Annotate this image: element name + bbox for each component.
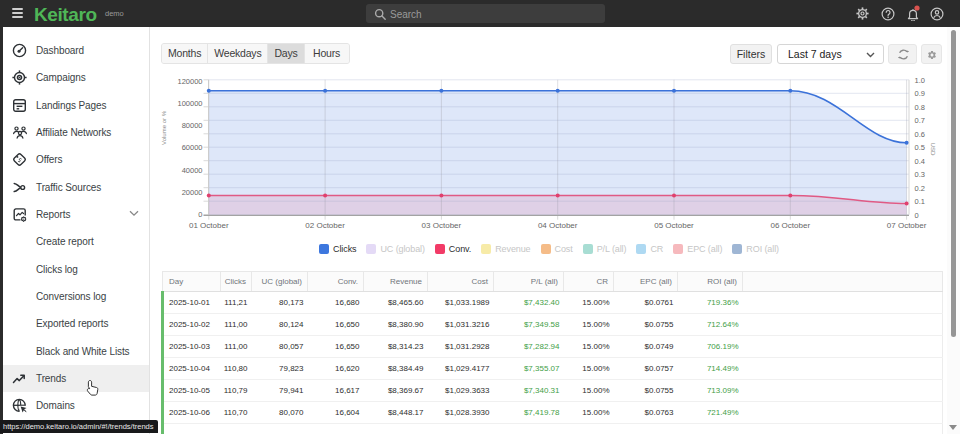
svg-text:0.7: 0.7 [915, 116, 925, 125]
svg-text:04 October: 04 October [538, 221, 578, 230]
svg-text:03 October: 03 October [422, 221, 462, 230]
svg-text:0.1: 0.1 [915, 197, 925, 206]
svg-text:1.0: 1.0 [915, 76, 925, 85]
svg-text:01 October: 01 October [189, 221, 229, 230]
svg-text:0.9: 0.9 [915, 89, 925, 98]
svg-text:0.4: 0.4 [915, 157, 925, 166]
svg-text:0.6: 0.6 [915, 130, 925, 139]
svg-text:Volume or %: Volume or % [161, 110, 167, 145]
svg-text:0: 0 [198, 210, 202, 219]
svg-text:06 October: 06 October [771, 221, 811, 230]
svg-text:0.2: 0.2 [915, 184, 925, 193]
svg-text:0.5: 0.5 [915, 143, 925, 152]
svg-text:80000: 80000 [182, 121, 203, 130]
svg-text:0.8: 0.8 [915, 103, 925, 112]
svg-text:07 October: 07 October [887, 221, 927, 230]
svg-text:0.3: 0.3 [915, 170, 925, 179]
svg-text:40000: 40000 [182, 166, 203, 175]
svg-text:05 October: 05 October [654, 221, 694, 230]
svg-text:0: 0 [915, 211, 919, 220]
svg-text:02 October: 02 October [305, 221, 345, 230]
svg-text:100000: 100000 [177, 99, 202, 108]
svg-text:USD: USD [930, 142, 937, 156]
svg-text:20000: 20000 [182, 188, 203, 197]
svg-text:120000: 120000 [177, 77, 202, 86]
svg-text:60000: 60000 [182, 143, 203, 152]
